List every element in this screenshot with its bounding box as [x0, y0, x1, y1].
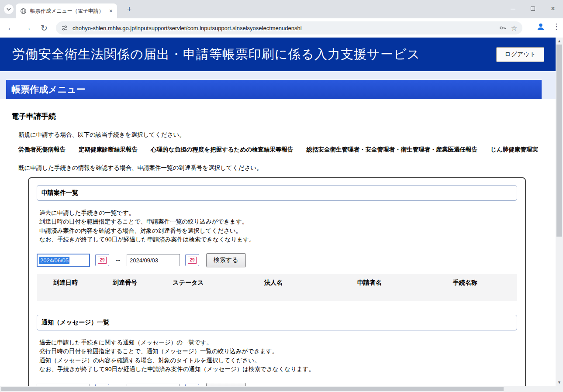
main-content: 電子申請手続 新規に申請する場合、以下の該当手続きを選択してください。 労働者死…: [0, 111, 556, 386]
nav-buttons: ← → ↻: [3, 21, 52, 35]
page-title: 帳票作成メニュー: [6, 80, 542, 99]
link-worker-casualty-report[interactable]: 労働者死傷病報告: [18, 146, 66, 154]
tab-close-icon[interactable]: ×: [109, 8, 113, 14]
minimize-icon: [511, 9, 515, 9]
minimize-button[interactable]: [503, 0, 523, 17]
case-desc-line: なお、手続きが終了して90日が経過した申請済み案件は検索できなくなります。: [39, 235, 517, 244]
new-tab-button[interactable]: +: [124, 4, 135, 14]
case-date-from-input[interactable]: 2024/06/05: [37, 254, 90, 267]
calendar-icon: 29: [98, 257, 106, 264]
link-stress-check-report[interactable]: 心理的な負担の程度を把握するための検査結果等報告: [151, 146, 294, 154]
calendar-icon: 29: [188, 257, 196, 264]
tab-title: 帳票作成メニュー（電子申請）: [30, 7, 106, 15]
horizontal-scrollbar[interactable]: [0, 386, 556, 392]
site-info-icon[interactable]: [61, 24, 68, 31]
notice-date-filter-row: 29 ～ 29 検索する: [37, 382, 517, 386]
password-key-icon[interactable]: [499, 24, 507, 32]
scroll-up-icon[interactable]: ▲: [556, 38, 563, 45]
date-range-separator: ～: [114, 256, 121, 265]
notice-desc-line: 通知（メッセージ）の内容を確認する場合、対象のタイトルを選択してください。: [39, 356, 517, 365]
case-list-description: 過去に申請した手続きの一覧です。 到達日時の日付を範囲指定することで、申請案件一…: [39, 209, 517, 244]
globe-favicon-icon: [20, 8, 27, 14]
back-icon[interactable]: ←: [3, 21, 18, 35]
tab-strip: 帳票作成メニュー（電子申請） × + ×: [0, 0, 563, 18]
browser-window: 帳票作成メニュー（電子申請） × + × ← → ↻ chohyo-shien.…: [0, 0, 563, 392]
notice-desc-line: 過去に申請した手続きに関する通知（メッセージ）の一覧です。: [39, 338, 517, 347]
section-heading: 電子申請手続: [11, 111, 545, 121]
reload-icon[interactable]: ↻: [37, 21, 52, 35]
column-corporate-name: 法人名: [221, 279, 326, 287]
notice-desc-line: 発行日時の日付を範囲指定することで、通知（メッセージ）一覧の絞り込みができます。: [39, 347, 517, 356]
case-desc-line: 申請済み案件の内容を確認する場合、対象の到達番号を選択してください。: [39, 227, 517, 235]
link-pneumoconiosis-report[interactable]: じん肺健康管理実: [490, 146, 538, 154]
intro-existing-text: 既に申請した手続きの情報を確認する場合、申請案件一覧の到達番号を選択してください…: [18, 164, 545, 172]
notice-desc-line: なお、手続きが終了して90日が経過した申請済み案件の通知（メッセージ）は検索でき…: [39, 365, 517, 374]
scroll-down-icon[interactable]: ▼: [556, 379, 563, 386]
nav-right: ⋮: [536, 22, 560, 31]
navigation-bar: ← → ↻ chohyo-shien.mhlw.go.jp/inputsuppo…: [0, 18, 563, 38]
application-panel: 申請案件一覧 過去に申請した手続きの一覧です。 到達日時の日付を範囲指定すること…: [28, 177, 526, 386]
case-desc-line: 到達日時の日付を範囲指定することで、申請案件一覧の絞り込みができます。: [39, 217, 517, 226]
bookmark-star-icon[interactable]: ☆: [511, 24, 517, 32]
column-status: ステータス: [155, 279, 221, 287]
case-list-title: 申請案件一覧: [37, 185, 517, 201]
logout-button[interactable]: ログアウト: [496, 47, 544, 62]
intro-new-text: 新規に申請する場合、以下の該当手続きを選択してください。: [18, 131, 545, 139]
site-header: 労働安全衛生法関係の届出・申請等帳票印刷に係る入力支援サービス ログアウト: [0, 38, 556, 71]
url-text[interactable]: chohyo-shien.mhlw.go.jp/inputsupport/ser…: [73, 25, 494, 31]
case-search-button[interactable]: 検索する: [206, 253, 246, 267]
case-table-header: 到達日時 到達番号 ステータス 法人名 申請者名 手続名称: [37, 274, 517, 301]
maximize-icon: [531, 7, 535, 11]
selected-date-text: 2024/06/05: [39, 257, 69, 264]
notice-search-button[interactable]: 検索する: [206, 383, 246, 386]
site-title: 労働安全衛生法関係の届出・申請等帳票印刷に係る入力支援サービス: [12, 46, 420, 63]
case-date-to-calendar-button[interactable]: 29: [185, 254, 199, 266]
page-viewport: 労働安全衛生法関係の届出・申請等帳票印刷に係る入力支援サービス ログアウト 帳票…: [0, 38, 556, 386]
banner-band: 帳票作成メニュー: [0, 71, 556, 99]
column-arrival-number: 到達番号: [94, 279, 155, 287]
case-date-from-calendar-button[interactable]: 29: [95, 254, 109, 266]
browser-tab[interactable]: 帳票作成メニュー（電子申請） ×: [16, 3, 117, 18]
column-procedure-name: 手続名称: [413, 279, 517, 287]
maximize-button[interactable]: [523, 0, 543, 17]
browser-menu-icon[interactable]: ⋮: [553, 22, 560, 31]
column-applicant-name: 申請者名: [326, 279, 413, 287]
tab-search-button[interactable]: [4, 4, 14, 14]
link-manager-appointment-report[interactable]: 総括安全衛生管理者・安全管理者・衛生管理者・産業医選任報告: [307, 146, 478, 154]
chevron-down-icon: [6, 7, 11, 12]
notice-list-title: 通知（メッセージ）一覧: [37, 315, 517, 330]
profile-avatar-icon[interactable]: [536, 22, 546, 31]
forward-icon[interactable]: →: [20, 21, 35, 35]
column-arrival-datetime: 到達日時: [37, 279, 94, 287]
case-desc-line: 過去に申請した手続きの一覧です。: [39, 209, 517, 217]
window-controls: ×: [503, 0, 563, 17]
vertical-scrollbar-thumb[interactable]: [556, 45, 562, 237]
case-date-filter-row: 2024/06/05 29 ～ 29 検索する: [37, 253, 517, 268]
notice-list-description: 過去に申請した手続きに関する通知（メッセージ）の一覧です。 発行日時の日付を範囲…: [39, 338, 517, 374]
case-date-to-input[interactable]: [127, 254, 180, 266]
close-button[interactable]: ×: [543, 0, 563, 17]
scrollbar-corner: [556, 386, 563, 392]
address-bar[interactable]: chohyo-shien.mhlw.go.jp/inputsupport/ser…: [56, 21, 522, 34]
vertical-scrollbar[interactable]: ▲ ▼: [556, 38, 563, 386]
horizontal-scrollbar-thumb[interactable]: [1, 387, 504, 391]
link-periodic-health-checkup[interactable]: 定期健康診断結果報告: [79, 146, 138, 154]
procedure-links: 労働者死傷病報告 定期健康診断結果報告 心理的な負担の程度を把握するための検査結…: [18, 146, 545, 154]
